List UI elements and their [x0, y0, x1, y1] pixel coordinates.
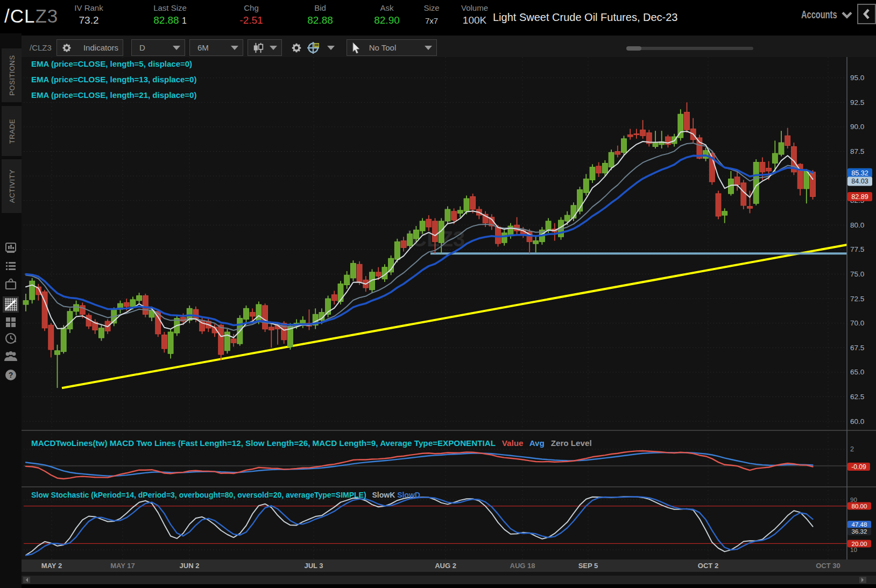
svg-text:80.00: 80.00: [852, 503, 867, 509]
svg-text:62.5: 62.5: [850, 393, 864, 401]
svg-text:75.0: 75.0: [850, 270, 864, 278]
svg-text:OCT 30: OCT 30: [816, 562, 840, 570]
svg-text:20.00: 20.00: [852, 541, 867, 547]
svg-text:36.32: 36.32: [852, 528, 867, 535]
svg-text:MAY 17: MAY 17: [110, 562, 135, 570]
svg-text:AUG 2: AUG 2: [435, 562, 456, 570]
svg-text:MAY 2: MAY 2: [41, 562, 62, 570]
svg-text:EMA (price=CLOSE, length=21, d: EMA (price=CLOSE, length=21, displace=0): [31, 90, 196, 100]
svg-text:90: 90: [850, 497, 857, 503]
svg-text:84.03: 84.03: [851, 178, 868, 185]
svg-text:EMA (price=CLOSE, length=5, di: EMA (price=CLOSE, length=5, displace=0): [31, 59, 192, 68]
svg-text:?: ?: [9, 371, 13, 379]
svg-text:MACDTwoLines(tw) MACD Two Line: MACDTwoLines(tw) MACD Two Lines (Fast Le…: [31, 438, 592, 448]
svg-text:92.5: 92.5: [850, 98, 864, 107]
svg-text:47.48: 47.48: [852, 521, 867, 528]
svg-text:67.5: 67.5: [850, 344, 864, 352]
svg-text:95.0: 95.0: [850, 74, 864, 82]
svg-text:80.0: 80.0: [850, 221, 864, 229]
svg-text:60.0: 60.0: [850, 417, 864, 426]
svg-text:JUN 2: JUN 2: [180, 562, 200, 570]
svg-text:77.5: 77.5: [850, 245, 864, 253]
svg-text:Slow Stochastic (kPeriod=14, d: Slow Stochastic (kPeriod=14, dPeriod=3, …: [31, 491, 420, 499]
svg-text:OCT 2: OCT 2: [698, 562, 718, 570]
svg-text:70.0: 70.0: [850, 319, 864, 327]
svg-text:82.89: 82.89: [851, 193, 868, 201]
svg-text:87.5: 87.5: [850, 147, 864, 155]
svg-text:2: 2: [850, 445, 854, 453]
svg-text:-0.09: -0.09: [851, 463, 866, 471]
svg-text:AUG 18: AUG 18: [510, 562, 535, 570]
svg-text:SEP 5: SEP 5: [578, 562, 598, 570]
svg-text:85.32: 85.32: [851, 169, 868, 177]
svg-text:10: 10: [850, 547, 857, 553]
svg-text:72.5: 72.5: [850, 295, 864, 303]
svg-text:JUL 3: JUL 3: [304, 562, 323, 570]
svg-text:EMA (price=CLOSE, length=13, d: EMA (price=CLOSE, length=13, displace=0): [31, 75, 196, 84]
svg-text:65.0: 65.0: [850, 368, 864, 376]
svg-text:90.0: 90.0: [850, 123, 864, 131]
